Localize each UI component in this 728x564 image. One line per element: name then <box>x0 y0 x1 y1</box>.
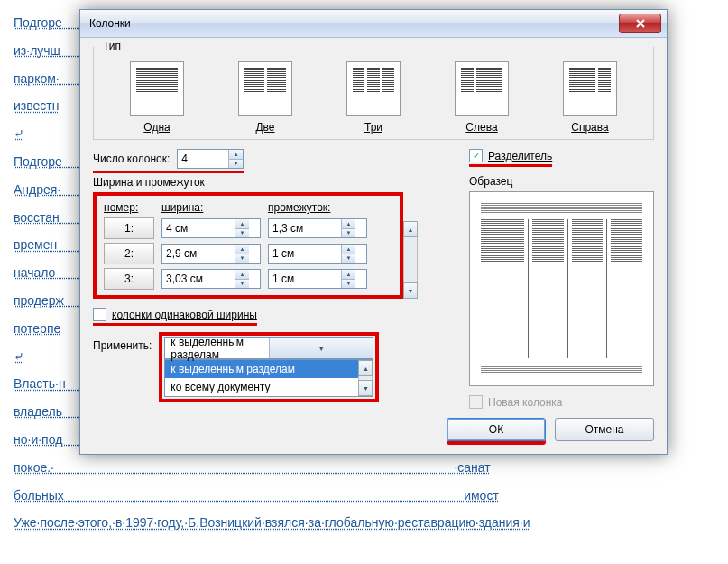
num-columns-input[interactable] <box>178 150 228 168</box>
apply-label: Применить: <box>93 339 152 352</box>
cell-spinner[interactable]: ▲▼ <box>268 218 367 238</box>
num-columns-label: Число колонок: <box>93 153 170 165</box>
cell-spinner[interactable]: ▲▼ <box>268 244 367 264</box>
chevron-down-icon[interactable]: ▼ <box>269 338 373 358</box>
table-header: промежуток: <box>268 201 367 214</box>
spinner-up-icon[interactable]: ▲ <box>235 219 249 229</box>
apply-combo-wrap: к выделенным разделам ▼ к выделенным раз… <box>159 332 379 402</box>
type-icon <box>346 61 401 116</box>
scroll-down-icon[interactable]: ▼ <box>403 282 418 299</box>
spinner-buttons[interactable]: ▲▼ <box>235 245 249 263</box>
type-label: Три <box>346 121 401 134</box>
spinner-up-icon[interactable]: ▲ <box>235 245 249 254</box>
apply-combo-value: к выделенным разделам <box>165 336 269 361</box>
width-group-title: Ширина и промежуток <box>93 176 451 189</box>
cell-spinner[interactable]: ▲▼ <box>161 269 261 289</box>
spinner-up-icon[interactable]: ▲ <box>229 150 243 160</box>
width-table: номер:ширина:промежуток:1:▲▼▲▼2:▲▼▲▼3:▲▼… <box>93 192 403 299</box>
combo-option[interactable]: ко всему документу <box>165 378 373 396</box>
cell-input[interactable] <box>269 219 341 237</box>
spinner-buttons[interactable]: ▲▼ <box>341 270 355 288</box>
equal-width-row: колонки одинаковой ширины <box>93 308 451 323</box>
table-scrollbar[interactable]: ▲ ▼ <box>403 221 418 299</box>
spinner-down-icon[interactable]: ▼ <box>235 254 249 264</box>
button-row: ОК Отмена <box>447 418 654 441</box>
apply-combo[interactable]: к выделенным разделам ▼ <box>164 337 373 359</box>
type-option-1[interactable]: Две <box>238 61 292 134</box>
num-columns-spinner[interactable]: ▲▼ <box>177 149 244 169</box>
spinner-up-icon[interactable]: ▲ <box>342 270 355 280</box>
divider-row: ✓ Разделитель <box>469 149 654 164</box>
spinner-buttons[interactable]: ▲▼ <box>341 245 355 263</box>
columns-dialog: Колонки ОднаДвеТриСлеваСправа Число коло… <box>79 9 668 455</box>
spinner-up-icon[interactable]: ▲ <box>235 270 249 280</box>
table-header: ширина: <box>161 201 261 214</box>
scroll-track[interactable] <box>403 237 418 282</box>
spinner-down-icon[interactable]: ▼ <box>235 229 249 238</box>
new-column-label: Новая колонка <box>488 396 563 409</box>
titlebar[interactable]: Колонки <box>80 10 667 38</box>
spinner-down-icon[interactable]: ▼ <box>342 229 355 238</box>
new-column-checkbox <box>469 395 483 409</box>
row-number: 3: <box>104 268 154 290</box>
combo-scrollbar[interactable]: ▲ ▼ <box>358 360 373 396</box>
left-column: Число колонок: ▲▼ Ширина и промежуток но… <box>93 149 451 409</box>
cell-spinner[interactable]: ▲▼ <box>268 269 367 289</box>
equal-width-label: колонки одинаковой ширины <box>112 309 257 321</box>
spinner-down-icon[interactable]: ▼ <box>342 254 355 264</box>
cell-input[interactable] <box>269 245 341 263</box>
type-icon <box>563 61 617 116</box>
cell-spinner[interactable]: ▲▼ <box>161 218 261 238</box>
combo-option[interactable]: к выделенным разделам <box>165 360 373 378</box>
scroll-up-icon[interactable]: ▲ <box>403 221 418 237</box>
dialog-title: Колонки <box>89 17 619 30</box>
combo-scroll-down-icon[interactable]: ▼ <box>358 380 373 396</box>
row-number: 1: <box>104 217 154 239</box>
cancel-button[interactable]: Отмена <box>555 418 654 441</box>
ok-button[interactable]: ОК <box>447 418 546 441</box>
type-label: Две <box>238 121 292 134</box>
type-option-2[interactable]: Три <box>346 61 401 134</box>
spinner-up-icon[interactable]: ▲ <box>342 245 355 254</box>
spinner-buttons[interactable]: ▲▼ <box>228 150 243 168</box>
type-icon <box>238 61 292 116</box>
num-columns-row: Число колонок: ▲▼ <box>93 149 451 171</box>
spinner-down-icon[interactable]: ▼ <box>342 280 355 289</box>
spinner-buttons[interactable]: ▲▼ <box>341 219 355 237</box>
type-icon <box>455 61 509 116</box>
type-group: ОднаДвеТриСлеваСправа <box>93 47 654 140</box>
cell-input[interactable] <box>269 270 341 288</box>
row-number: 2: <box>104 243 154 264</box>
spinner-down-icon[interactable]: ▼ <box>229 160 243 169</box>
cell-input[interactable] <box>162 270 235 288</box>
type-label: Одна <box>130 121 184 134</box>
columns-area: Число колонок: ▲▼ Ширина и промежуток но… <box>93 149 654 409</box>
spinner-buttons[interactable]: ▲▼ <box>235 270 249 288</box>
type-label: Справа <box>563 121 617 134</box>
type-icon <box>130 61 184 116</box>
spinner-buttons[interactable]: ▲▼ <box>235 219 249 237</box>
apply-row: Применить: к выделенным разделам ▼ к выд… <box>93 332 451 402</box>
close-button[interactable] <box>619 14 661 33</box>
right-column: ✓ Разделитель Образец Новая колонка <box>469 149 654 409</box>
type-option-0[interactable]: Одна <box>130 61 184 134</box>
equal-width-checkbox[interactable] <box>93 308 106 321</box>
new-column-row: Новая колонка <box>469 395 654 409</box>
divider-label: Разделитель <box>488 150 552 162</box>
apply-combo-list: к выделенным разделамко всему документу <box>164 359 373 397</box>
type-option-4[interactable]: Справа <box>563 61 617 134</box>
combo-scroll-up-icon[interactable]: ▲ <box>358 360 373 376</box>
sample-label: Образец <box>469 175 654 188</box>
cell-input[interactable] <box>162 245 235 263</box>
sample-preview <box>469 191 654 386</box>
spinner-down-icon[interactable]: ▼ <box>235 280 249 289</box>
type-label: Слева <box>455 121 509 134</box>
cell-spinner[interactable]: ▲▼ <box>161 244 261 264</box>
divider-checkbox[interactable]: ✓ <box>469 149 483 162</box>
width-table-grid: номер:ширина:промежуток:1:▲▼▲▼2:▲▼▲▼3:▲▼… <box>104 201 392 290</box>
cell-input[interactable] <box>162 219 235 237</box>
type-option-3[interactable]: Слева <box>455 61 509 134</box>
spinner-up-icon[interactable]: ▲ <box>342 219 355 229</box>
close-icon <box>636 19 645 28</box>
table-header: номер: <box>104 201 154 214</box>
